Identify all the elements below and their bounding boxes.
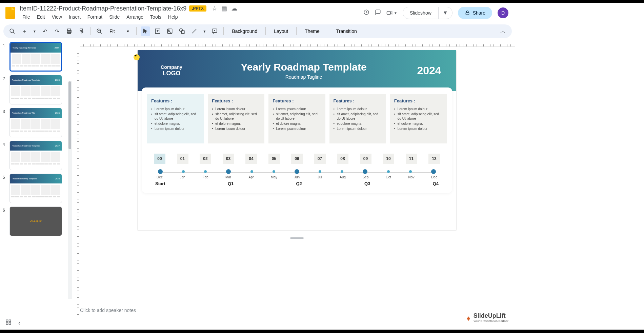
feature-card: Features : Lorem ipsum dolour sit amet, …: [268, 94, 325, 143]
video-icon[interactable]: ▼: [386, 10, 397, 16]
panel-scrollbar[interactable]: [68, 81, 72, 299]
menu-file[interactable]: File: [20, 13, 33, 21]
image-icon[interactable]: [165, 26, 175, 36]
speaker-notes[interactable]: Click to add speaker notes: [73, 304, 515, 316]
month-box: 09: [360, 154, 371, 164]
month-box: 01: [177, 154, 188, 164]
cursor-annotation: [134, 54, 140, 60]
month-box: 07: [314, 154, 326, 164]
history-icon[interactable]: [363, 9, 369, 17]
feature-card: Features : Lorem ipsum dolour sit amet, …: [390, 94, 447, 143]
month-box: 10: [383, 154, 394, 164]
svg-point-11: [180, 29, 183, 32]
select-tool-icon[interactable]: [141, 26, 150, 36]
month-box: 04: [245, 154, 257, 164]
grid-view-icon[interactable]: [5, 319, 12, 327]
search-icon[interactable]: [7, 26, 17, 36]
month-box: 06: [291, 154, 303, 164]
menu-format[interactable]: Format: [85, 13, 105, 21]
svg-rect-2: [466, 13, 469, 15]
print-icon[interactable]: [64, 26, 74, 36]
shape-icon[interactable]: [177, 26, 187, 36]
comment-add-icon[interactable]: [210, 26, 219, 36]
month-box: 11: [406, 154, 417, 164]
slide-thumbnail-5[interactable]: 5 Product Roadmap Template2028: [3, 174, 65, 203]
zoom-out-icon[interactable]: [95, 26, 104, 36]
month-box: 00: [154, 154, 165, 164]
chevron-left-icon[interactable]: ‹: [18, 319, 20, 327]
star-icon[interactable]: ☆: [212, 5, 217, 12]
svg-point-3: [10, 29, 14, 33]
svg-rect-15: [9, 320, 11, 321]
slide-thumbnail-4[interactable]: 4 Production Roadmap Template2027: [3, 141, 65, 170]
month-box: 05: [268, 154, 280, 164]
menu-bar: File Edit View Insert Format Slide Arran…: [20, 13, 363, 21]
slideshow-dropdown[interactable]: ▼: [438, 7, 452, 19]
svg-point-10: [168, 30, 169, 31]
avatar[interactable]: D: [498, 7, 508, 18]
svg-rect-17: [9, 322, 11, 324]
slideshow-button[interactable]: Slideshow: [403, 7, 438, 18]
feature-card: Features : Lorem ipsum dolour sit amet, …: [329, 94, 386, 143]
toolbar: ＋ ▼ ↶ ↷ Fit ▼ ▼ Background Layout Theme …: [3, 24, 512, 38]
line-icon[interactable]: [189, 26, 199, 36]
ruler-horizontal[interactable]: [80, 41, 515, 47]
textbox-icon[interactable]: [153, 26, 162, 36]
menu-edit[interactable]: Edit: [34, 13, 48, 21]
comment-icon[interactable]: [375, 9, 381, 17]
slide-thumbnail-1[interactable]: 1 Yearly Roadmap Template2024: [3, 42, 65, 72]
menu-insert[interactable]: Insert: [66, 13, 83, 21]
month-box: 08: [337, 154, 348, 164]
month-box: 02: [200, 154, 211, 164]
slides-logo[interactable]: [3, 6, 17, 20]
divider-handle[interactable]: [290, 237, 304, 239]
transition-button[interactable]: Transition: [332, 27, 361, 35]
document-title[interactable]: ItemID-11222-Product-Roadmap-Presentatio…: [20, 5, 186, 12]
company-label: Company: [148, 64, 195, 70]
slide-title: Yearly Roadmap Template: [195, 61, 412, 73]
new-slide-icon[interactable]: ＋: [20, 26, 29, 36]
collapse-icon[interactable]: ︿: [498, 26, 508, 36]
watermark-icon: ⬧: [466, 313, 471, 322]
menu-view[interactable]: View: [49, 13, 65, 21]
redo-icon[interactable]: ↷: [52, 26, 62, 36]
month-box: 12: [428, 154, 440, 164]
theme-button[interactable]: Theme: [301, 27, 324, 35]
share-label: Share: [473, 10, 485, 16]
layout-button[interactable]: Layout: [270, 27, 292, 35]
svg-rect-16: [6, 322, 8, 324]
new-slide-dropdown[interactable]: ▼: [32, 26, 37, 36]
logo-text: LOGO: [148, 70, 195, 77]
move-icon[interactable]: ▤: [221, 5, 227, 12]
undo-icon[interactable]: ↶: [40, 26, 49, 36]
slide-thumbnail-3[interactable]: 3 Production Roadmap Title2026: [3, 108, 65, 137]
svg-rect-1: [387, 12, 391, 15]
feature-card: Features : Lorem ipsum dolour sit amet, …: [147, 94, 204, 143]
slide-year: 2024: [412, 64, 446, 77]
ruler-vertical[interactable]: [73, 47, 79, 316]
svg-rect-14: [6, 320, 8, 321]
feature-card: Features : Lorem ipsum dolour sit amet, …: [208, 94, 264, 143]
share-button[interactable]: Share: [458, 7, 492, 19]
menu-arrange[interactable]: Arrange: [124, 13, 146, 21]
slide-panel: 1 Yearly Roadmap Template2024 2 Producti…: [0, 41, 68, 316]
watermark: ⬧ SlideUpLift Your Presentation Partner: [466, 312, 508, 323]
menu-help[interactable]: Help: [165, 13, 181, 21]
slide-tagline: Roadmap Tagline: [195, 74, 412, 80]
cloud-icon[interactable]: ☁: [231, 5, 237, 12]
menu-slide[interactable]: Slide: [106, 13, 122, 21]
background-button[interactable]: Background: [228, 27, 261, 35]
line-dropdown[interactable]: ▼: [202, 26, 207, 36]
month-box: 03: [223, 154, 234, 164]
pptx-badge: .PPTX: [189, 5, 206, 12]
slide-canvas[interactable]: Company LOGO Yearly Roadmap Template Roa…: [138, 50, 456, 230]
zoom-select[interactable]: Fit ▼: [107, 27, 132, 35]
menu-tools[interactable]: Tools: [147, 13, 164, 21]
paint-format-icon[interactable]: [77, 26, 86, 36]
slide-thumbnail-2[interactable]: 2 Production Roadmap Template2025: [3, 75, 65, 104]
slide-thumbnail-6[interactable]: 6 ⬧ SlideUpLift: [3, 207, 65, 236]
